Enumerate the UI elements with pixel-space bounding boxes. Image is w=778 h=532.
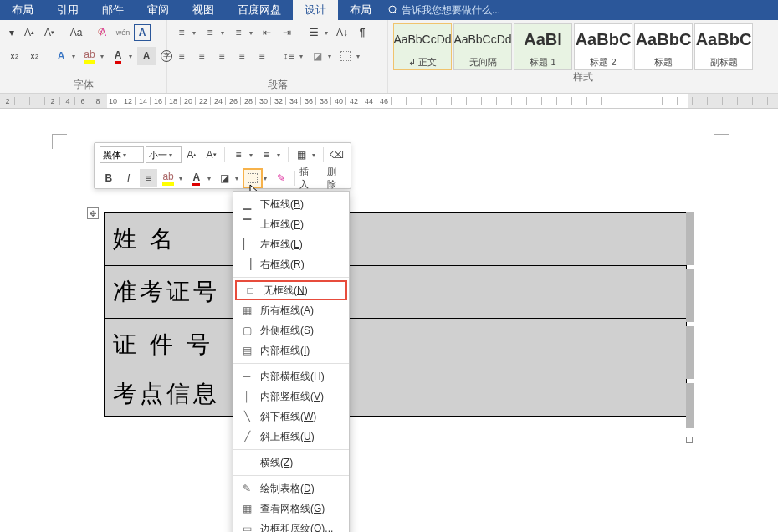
mini-numbering[interactable]: ≡ xyxy=(257,146,274,164)
superscript[interactable]: x2 xyxy=(25,47,44,65)
phonetic-guide[interactable]: wén xyxy=(114,23,132,42)
style-item[interactable]: AaBbC标题 2 xyxy=(574,23,632,70)
mini-shrink-font[interactable]: A▾ xyxy=(202,146,220,164)
style-item[interactable]: AaBbC副标题 xyxy=(694,23,753,70)
mini-toolbar: 黑体▾ 小一▾ A▴ A▾ ≡▾ ≡▾ ▦▾ ⌫ B I ≡ ab▾ A▾ ◪▾… xyxy=(94,142,351,189)
tell-me-search[interactable]: 告诉我您想要做什么... xyxy=(388,3,500,18)
border-menu-item[interactable]: ─内部横框线(H) xyxy=(233,366,349,386)
border-menu-item[interactable]: │内部竖框线(V) xyxy=(233,386,349,407)
mini-delete-label[interactable]: 删除 xyxy=(327,166,345,191)
mini-italic[interactable]: I xyxy=(120,169,138,187)
table-label-cell[interactable]: 证 件 号 xyxy=(105,319,237,371)
style-item[interactable]: AaBbC标题 xyxy=(634,23,693,70)
indent-inc[interactable]: ⇥ xyxy=(278,23,296,42)
style-item[interactable]: AaBl标题 1 xyxy=(514,23,572,70)
border-menu-item[interactable]: ▁下框线(B) xyxy=(233,194,349,214)
ribbon-tab-引用[interactable]: 引用 xyxy=(45,0,90,20)
border-menu-item[interactable]: ▤内部框线(I) xyxy=(233,340,349,361)
border-menu-item[interactable]: ▢外侧框线(S) xyxy=(233,320,349,340)
group-font: ▾ A▴ A▾ Aa A⦸ wén A x2 x2 A▾ ab▾ A▾ xyxy=(0,20,167,93)
border-icon: │ xyxy=(240,390,253,403)
font-color[interactable]: A xyxy=(109,47,127,65)
border-menu-item[interactable]: ▦查看网格线(G) xyxy=(233,499,349,519)
border-menu-item[interactable]: ▕右框线(R) xyxy=(233,254,349,274)
border-menu-item[interactable]: ▭边框和底纹(O)... xyxy=(233,519,349,532)
distribute[interactable]: ≡ xyxy=(253,47,271,65)
show-marks[interactable]: ¶ xyxy=(353,23,371,42)
table-label-cell[interactable]: 姓 名 xyxy=(105,213,237,266)
table-row[interactable]: 准考证号 xyxy=(105,266,687,319)
ribbon-tabs: 布局引用邮件审阅视图百度网盘设计布局告诉我您想要做什么... xyxy=(0,0,778,20)
mini-table-style[interactable]: ▦ xyxy=(293,146,310,164)
document-table[interactable]: 姓 名准考证号证 件 号考点信息 xyxy=(104,212,687,417)
shading[interactable]: ◪ xyxy=(308,47,326,65)
document-area[interactable]: ✥ 姓 名准考证号证 件 号考点信息 黑体▾ 小一▾ A▴ A▾ ≡▾ ≡▾ ▦… xyxy=(0,109,778,532)
mini-grow-font[interactable]: A▴ xyxy=(183,146,201,164)
mini-align[interactable]: ≡ xyxy=(140,169,158,187)
align-right[interactable]: ≡ xyxy=(212,47,231,65)
selection-edge xyxy=(686,269,694,322)
border-icon: ─ xyxy=(240,370,253,383)
table-row[interactable]: 考点信息 xyxy=(105,371,687,417)
change-case[interactable]: Aa xyxy=(67,23,85,42)
border-menu-item[interactable]: ▏左框线(L) xyxy=(233,234,349,254)
bullets[interactable]: ≡ xyxy=(172,23,191,42)
mini-size-select[interactable]: 小一▾ xyxy=(146,146,182,163)
mini-eraser-icon[interactable]: ⌫ xyxy=(328,146,345,164)
table-row[interactable]: 证 件 号 xyxy=(105,319,687,371)
table-resize-handle[interactable] xyxy=(686,437,693,443)
ribbon-tab-布局[interactable]: 布局 xyxy=(0,0,45,20)
mini-bold[interactable]: B xyxy=(100,169,118,187)
indent-dec[interactable]: ⇤ xyxy=(258,23,276,42)
border-menu-item[interactable]: ▔上框线(P) xyxy=(233,214,349,234)
clear-format[interactable]: A⦸ xyxy=(94,23,112,42)
char-shading[interactable]: A xyxy=(137,47,156,65)
ribbon-tab-设计[interactable]: 设计 xyxy=(293,0,338,20)
align-center[interactable]: ≡ xyxy=(192,47,211,65)
table-label-cell[interactable]: 准考证号 xyxy=(105,266,237,319)
border-menu-item[interactable]: □无框线(N) xyxy=(235,280,347,300)
line-spacing[interactable]: ↕≡ xyxy=(279,47,298,65)
borders[interactable] xyxy=(336,47,355,65)
font-dropdown[interactable]: ▾ xyxy=(5,23,18,42)
mini-insert-label[interactable]: 插入 xyxy=(299,166,318,191)
border-menu-item[interactable]: ✎绘制表格(D) xyxy=(233,478,349,499)
numbering[interactable]: ≡ xyxy=(201,23,219,42)
mini-highlight[interactable]: ab xyxy=(159,169,177,187)
mini-font-select[interactable]: 黑体▾ xyxy=(100,146,144,163)
horizontal-ruler[interactable]: 2246810121416182022242628303234363840424… xyxy=(0,94,778,109)
justify[interactable]: ≡ xyxy=(233,47,251,65)
sort[interactable]: A↓ xyxy=(333,23,351,42)
text-effects[interactable]: A xyxy=(52,47,70,65)
border-icon: ▦ xyxy=(240,502,253,515)
border-menu-item[interactable]: —横线(Z) xyxy=(233,453,349,473)
ribbon-tab-百度网盘[interactable]: 百度网盘 xyxy=(226,0,293,20)
table-label-cell[interactable]: 考点信息 xyxy=(105,371,237,417)
style-item[interactable]: AaBbCcDd无间隔 xyxy=(453,23,512,70)
subscript[interactable]: x2 xyxy=(5,47,23,65)
styles-gallery[interactable]: AaBbCcDd↲ 正文AaBbCcDd无间隔AaBl标题 1AaBbC标题 2… xyxy=(393,23,773,70)
border-menu-item[interactable]: ╲斜下框线(W) xyxy=(233,407,349,427)
table-move-handle[interactable]: ✥ xyxy=(87,207,99,219)
mini-shading[interactable]: ◪ xyxy=(216,169,234,187)
shrink-font[interactable]: A▾ xyxy=(40,23,59,42)
mini-format-painter[interactable]: ✎ xyxy=(272,169,290,187)
ribbon-tab-视图[interactable]: 视图 xyxy=(181,0,226,20)
border-menu-item[interactable]: ╱斜上框线(U) xyxy=(233,427,349,447)
ribbon-tab-布局[interactable]: 布局 xyxy=(338,0,383,20)
selection-edge xyxy=(686,326,694,379)
table-row[interactable]: 姓 名 xyxy=(105,213,687,266)
asian-layout[interactable]: ☰ xyxy=(305,23,323,42)
grow-font[interactable]: A▴ xyxy=(20,23,38,42)
style-item[interactable]: AaBbCcDd↲ 正文 xyxy=(393,23,452,70)
mini-bullets[interactable]: ≡ xyxy=(229,146,247,164)
group-label-font: 字体 xyxy=(5,78,161,91)
ribbon-tab-邮件[interactable]: 邮件 xyxy=(90,0,136,20)
char-border[interactable]: A xyxy=(134,24,151,41)
border-menu-item[interactable]: ▦所有框线(A) xyxy=(233,300,349,320)
align-left[interactable]: ≡ xyxy=(172,47,191,65)
multilevel[interactable]: ≡ xyxy=(229,23,248,42)
mini-font-color[interactable]: A xyxy=(187,169,206,187)
ribbon-tab-审阅[interactable]: 审阅 xyxy=(136,0,181,20)
highlight[interactable]: ab xyxy=(80,47,99,65)
